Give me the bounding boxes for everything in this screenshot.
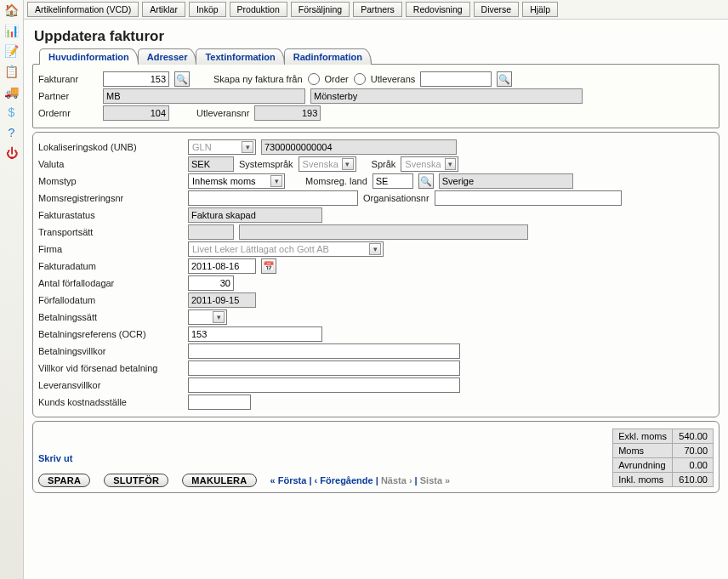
panel-footer: Skriv ut SPARA SLUTFÖR MAKULERA « Första… — [32, 421, 719, 493]
chevron-down-icon: ▾ — [342, 158, 354, 170]
partner-label: Partner — [38, 91, 98, 101]
first-link[interactable]: « Första — [270, 475, 307, 485]
page-title: Uppdatera fakturor — [34, 28, 719, 45]
spr-label: Språk — [372, 159, 396, 169]
pager: « Första | ‹ Föregående | Nästa › | Sist… — [270, 475, 451, 485]
sidebar: 🏠 📊 📝 📋 🚚 $ ? ⏻ — [0, 0, 24, 579]
partner-name — [310, 88, 583, 104]
nav-redovisning[interactable]: Redovisning — [406, 2, 470, 17]
sysspr-select[interactable]: Svenska▾ — [299, 156, 356, 172]
fakturanr-input[interactable] — [103, 71, 169, 87]
skriv-ut-link[interactable]: Skriv ut — [38, 453, 450, 463]
momsland-input[interactable] — [373, 173, 413, 189]
spr-select[interactable]: Svenska▾ — [401, 156, 458, 172]
nav-partners[interactable]: Partners — [353, 2, 402, 17]
fakturanr-search-icon[interactable]: 🔍 — [174, 71, 190, 87]
panel-top: Fakturanr 🔍 Skapa ny faktura från Order … — [32, 64, 719, 128]
task-icon[interactable]: 📋 — [3, 63, 20, 80]
momstyp-select[interactable]: Inhemsk moms▾ — [188, 173, 285, 189]
nav-artiklar[interactable]: Artiklar — [142, 2, 185, 17]
spara-button[interactable]: SPARA — [38, 474, 90, 487]
total-avr-label: Avrundning — [613, 458, 673, 473]
payment-icon[interactable]: $ — [3, 104, 20, 121]
lvill-input[interactable] — [188, 377, 460, 393]
firma-label: Firma — [38, 244, 183, 254]
nav-forsaljning[interactable]: Försäljning — [291, 2, 350, 17]
tab-radinfo[interactable]: Radinformation — [284, 48, 372, 65]
nav-artikelinfo[interactable]: Artikelinformation (VCD) — [27, 2, 139, 17]
lok-value — [261, 139, 457, 155]
nav-produktion[interactable]: Produktion — [230, 2, 287, 17]
truck-icon[interactable]: 🚚 — [3, 83, 20, 100]
note-icon[interactable]: 📝 — [3, 43, 20, 60]
utl-input[interactable] — [420, 71, 492, 87]
kost-label: Kunds kostnadsställe — [38, 397, 183, 407]
tab-adresser[interactable]: Adresser — [138, 48, 197, 65]
fdatum-label: Fakturadatum — [38, 261, 183, 271]
nav-hjalp[interactable]: Hjälp — [522, 2, 558, 17]
order-radio[interactable] — [308, 73, 320, 85]
home-icon[interactable]: 🏠 — [3, 2, 20, 19]
momsland-label: Momsreg. land — [305, 176, 367, 186]
kost-input[interactable] — [188, 395, 251, 410]
total-inkl-value: 610.00 — [673, 473, 714, 487]
ocr-label: Betalningsreferens (OCR) — [38, 329, 183, 339]
lvill-label: Leveransvillkor — [38, 380, 183, 390]
momsland-search-icon[interactable]: 🔍 — [418, 173, 434, 189]
total-exkl-label: Exkl. moms — [613, 429, 673, 444]
nav-inkop[interactable]: Inköp — [189, 2, 226, 17]
bsatt-label: Betalningssätt — [38, 312, 183, 322]
skapa-label: Skapa ny faktura från — [213, 74, 303, 84]
chevron-down-icon: ▾ — [242, 141, 253, 153]
help-icon[interactable]: ? — [3, 124, 20, 141]
nav-diverse[interactable]: Diverse — [474, 2, 520, 17]
next-link[interactable]: Nästa › — [381, 475, 412, 485]
chevron-down-icon: ▾ — [270, 175, 282, 187]
forf-label: Förfallodatum — [38, 295, 183, 305]
bsatt-select[interactable]: ▾ — [188, 309, 227, 325]
total-exkl-value: 540.00 — [673, 429, 714, 444]
total-moms-label: Moms — [613, 444, 673, 458]
transport-code — [188, 224, 234, 240]
slutfor-button[interactable]: SLUTFÖR — [104, 474, 168, 487]
fvill-input[interactable] — [188, 360, 460, 376]
panel-main: Lokaliseringskod (UNB) GLN▾ Valuta Syste… — [32, 132, 719, 417]
fstatus-input — [188, 207, 322, 223]
valuta-input — [188, 156, 234, 172]
firma-select[interactable]: Livet Leker Lättlagat och Gott AB▾ — [188, 241, 384, 257]
utl-radio[interactable] — [354, 73, 366, 85]
tab-huvud[interactable]: Huvudinformation — [39, 48, 139, 65]
utlnr-label: Utleveransnr — [196, 108, 249, 118]
last-link[interactable]: Sista » — [420, 475, 450, 485]
momsreg-label: Momsregistreringsnr — [38, 193, 183, 203]
orgnr-input[interactable] — [435, 190, 622, 206]
calendar-icon[interactable]: 📅 — [261, 258, 276, 274]
sysspr-label: Systemspråk — [239, 159, 293, 169]
ocr-input[interactable] — [188, 326, 322, 342]
momstyp-label: Momstyp — [38, 176, 183, 186]
antal-label: Antal förfallodagar — [38, 278, 183, 288]
chart-icon[interactable]: 📊 — [3, 22, 20, 39]
utl-radio-label: Utleverans — [371, 74, 416, 84]
ordernr-input — [103, 105, 169, 121]
utlnr-input — [254, 105, 321, 121]
utl-search-icon[interactable]: 🔍 — [497, 71, 512, 87]
chevron-down-icon: ▾ — [369, 243, 381, 255]
momsreg-input[interactable] — [188, 190, 358, 206]
tab-textinfo[interactable]: Textinformation — [196, 48, 284, 65]
orgnr-label: Organisationsnr — [363, 193, 429, 203]
fdatum-input[interactable] — [188, 258, 256, 274]
chevron-down-icon: ▾ — [445, 158, 457, 170]
total-avr-value: 0.00 — [673, 458, 714, 473]
totals-table: Exkl. moms540.00 Moms70.00 Avrundning0.0… — [612, 429, 714, 487]
antal-input[interactable] — [188, 275, 234, 291]
fvill-label: Villkor vid försenad betalning — [38, 363, 183, 373]
lok-type-select[interactable]: GLN▾ — [188, 139, 256, 155]
bvill-input[interactable] — [188, 343, 460, 359]
fakturanr-label: Fakturanr — [38, 74, 98, 84]
prev-link[interactable]: ‹ Föregående — [315, 475, 373, 485]
makulera-button[interactable]: MAKULERA — [182, 474, 256, 487]
ordernr-label: Ordernr — [38, 108, 98, 118]
power-icon[interactable]: ⏻ — [3, 145, 20, 162]
bvill-label: Betalningsvillkor — [38, 346, 183, 356]
